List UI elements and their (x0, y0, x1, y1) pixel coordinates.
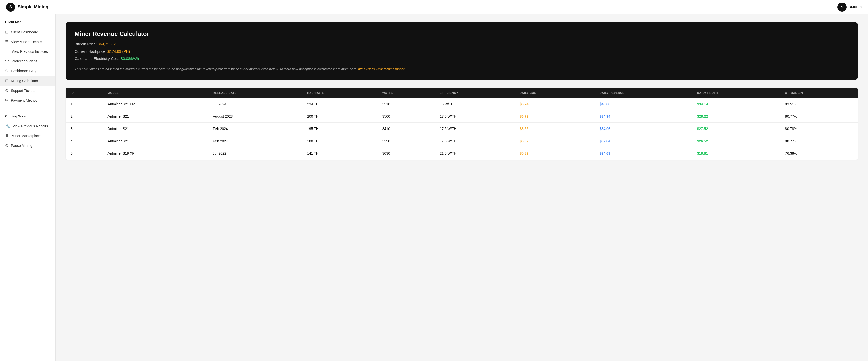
col-daily-profit: DAILY PROFIT (692, 88, 780, 98)
sidebar-item-view-previous-repairs[interactable]: 🔧 View Previous Repairs (0, 121, 55, 131)
cell-daily-revenue: $24.63 (594, 147, 692, 160)
cell-release-date: August 2023 (208, 110, 302, 123)
cell-hashrate: 141 TH (302, 147, 377, 160)
cell-op-margin: 80.78% (780, 123, 858, 135)
cell-daily-profit: $34.14 (692, 98, 780, 110)
marketplace-icon: 🖥 (5, 133, 9, 138)
cell-daily-revenue: $34.06 (594, 123, 692, 135)
miners-table: ID MODEL RELEASE DATE HASHRATE WATTS EFF… (66, 88, 858, 159)
table-row: 4 Antminer S21 Feb 2024 188 TH 3290 17.5… (66, 135, 858, 147)
calculator-icon: ⊟ (5, 78, 8, 83)
sidebar-item-protection-plans[interactable]: 🛡 Protection Plans (0, 56, 55, 66)
user-avatar[interactable]: S (837, 2, 846, 11)
cell-daily-revenue: $32.84 (594, 135, 692, 147)
client-menu-title: Client Menu (0, 20, 55, 27)
user-menu-chevron[interactable]: ▾ (861, 5, 862, 9)
cell-watts: 3500 (377, 110, 435, 123)
miners-table-container: ID MODEL RELEASE DATE HASHRATE WATTS EFF… (66, 88, 858, 159)
table-header: ID MODEL RELEASE DATE HASHRATE WATTS EFF… (66, 88, 858, 98)
cell-model: Antminer S21 (102, 110, 208, 123)
cell-release-date: Jul 2024 (208, 98, 302, 110)
sidebar-item-miner-marketplace[interactable]: 🖥 Miner Marketplace (0, 131, 55, 141)
calculator-title: Miner Revenue Calculator (75, 30, 849, 37)
cell-watts: 3510 (377, 98, 435, 110)
cell-release-date: Feb 2024 (208, 123, 302, 135)
col-efficiency: EFFICIENCY (434, 88, 515, 98)
col-daily-cost: DAILY COST (515, 88, 594, 98)
cell-efficiency: 15 W/TH (434, 98, 515, 110)
sidebar-item-label: Protection Plans (11, 59, 37, 63)
cell-id: 5 (66, 147, 102, 160)
cell-efficiency: 17.5 W/TH (434, 110, 515, 123)
cell-model: Antminer S21 (102, 135, 208, 147)
sidebar-item-label: Mining Calculator (11, 79, 38, 83)
cell-daily-cost: $6.72 (515, 110, 594, 123)
cell-release-date: Jul 2022 (208, 147, 302, 160)
cell-hashrate: 200 TH (302, 110, 377, 123)
cell-op-margin: 83.51% (780, 98, 858, 110)
table-row: 3 Antminer S21 Feb 2024 195 TH 3410 17.5… (66, 123, 858, 135)
cell-id: 1 (66, 98, 102, 110)
cell-op-margin: 80.77% (780, 110, 858, 123)
cell-daily-profit: $27.52 (692, 123, 780, 135)
sidebar-item-label: Pause Mining (11, 144, 32, 148)
cell-efficiency: 21.5 W/TH (434, 147, 515, 160)
sidebar-item-pause-mining[interactable]: ⊙ Pause Mining (0, 141, 55, 150)
electricity-row: Calculated Electricity Cost: $0.08/kWh (75, 56, 849, 62)
header-left: S Simple Mining (6, 2, 49, 11)
col-id: ID (66, 88, 102, 98)
repair-icon: 🔧 (5, 124, 10, 128)
cell-op-margin: 76.38% (780, 147, 858, 160)
cell-efficiency: 17.5 W/TH (434, 135, 515, 147)
sidebar-item-label: View Previous Repairs (12, 124, 48, 128)
electricity-value: $0.08/kWh (121, 56, 139, 61)
calculator-card: Miner Revenue Calculator Bitcoin Price: … (66, 22, 858, 80)
sidebar-item-label: Client Dashboard (11, 30, 38, 34)
sidebar-item-support-tickets[interactable]: ⊙ Support Tickets (0, 86, 55, 95)
cell-watts: 3290 (377, 135, 435, 147)
cell-daily-cost: $6.55 (515, 123, 594, 135)
cell-hashrate: 188 TH (302, 135, 377, 147)
sidebar-item-label: View Miners Details (11, 40, 42, 44)
cell-daily-cost: $6.74 (515, 98, 594, 110)
sidebar-divider (0, 105, 55, 111)
table-row: 2 Antminer S21 August 2023 200 TH 3500 1… (66, 110, 858, 123)
sidebar-item-client-dashboard[interactable]: ⊞ Client Dashboard (0, 27, 55, 37)
list-icon: ☰ (5, 39, 8, 44)
sidebar-item-label: View Previous Invoices (11, 50, 48, 54)
cell-efficiency: 17.5 W/TH (434, 123, 515, 135)
app-title: Simple Mining (18, 4, 49, 9)
hashprice-row: Current Hashprice: $174.69 (PH) (75, 49, 849, 55)
bitcoin-price-row: Bitcoin Price: $64,738.54 (75, 41, 849, 47)
hashprice-value: $174.69 (PH) (107, 49, 130, 54)
cell-daily-revenue: $34.94 (594, 110, 692, 123)
sidebar-item-payment-method[interactable]: ✉ Payment Method (0, 95, 55, 105)
sidebar-item-dashboard-faq[interactable]: ⊙ Dashboard FAQ (0, 66, 55, 76)
sidebar-item-view-previous-invoices[interactable]: 🗒 View Previous Invoices (0, 47, 55, 56)
sidebar-item-mining-calculator[interactable]: ⊟ Mining Calculator (0, 76, 55, 86)
col-watts: WATTS (377, 88, 435, 98)
hashprice-link[interactable]: https://docs.luxor.tech/hashprice (358, 67, 405, 71)
table-row: 1 Antminer S21 Pro Jul 2024 234 TH 3510 … (66, 98, 858, 110)
invoice-icon: 🗒 (5, 49, 9, 54)
app-header: S Simple Mining S SMPL ▾ (0, 0, 868, 14)
table-row: 5 Antminer S19 XP Jul 2022 141 TH 3030 2… (66, 147, 858, 160)
user-label: SMPL (848, 5, 859, 9)
cell-release-date: Feb 2024 (208, 135, 302, 147)
cell-watts: 3030 (377, 147, 435, 160)
table-header-row: ID MODEL RELEASE DATE HASHRATE WATTS EFF… (66, 88, 858, 98)
cell-model: Antminer S19 XP (102, 147, 208, 160)
table-body: 1 Antminer S21 Pro Jul 2024 234 TH 3510 … (66, 98, 858, 159)
col-daily-revenue: DAILY REVENUE (594, 88, 692, 98)
sidebar-item-label: Support Tickets (11, 89, 35, 93)
cell-hashrate: 195 TH (302, 123, 377, 135)
main-layout: Client Menu ⊞ Client Dashboard ☰ View Mi… (0, 14, 868, 361)
logo-circle: S (6, 2, 15, 11)
cell-daily-profit: $18.81 (692, 147, 780, 160)
cell-daily-cost: $5.82 (515, 147, 594, 160)
col-model: MODEL (102, 88, 208, 98)
sidebar-item-view-miners-details[interactable]: ☰ View Miners Details (0, 37, 55, 47)
col-hashrate: HASHRATE (302, 88, 377, 98)
calculator-disclaimer: This calculations are based on the marke… (75, 67, 849, 72)
cell-op-margin: 80.77% (780, 135, 858, 147)
